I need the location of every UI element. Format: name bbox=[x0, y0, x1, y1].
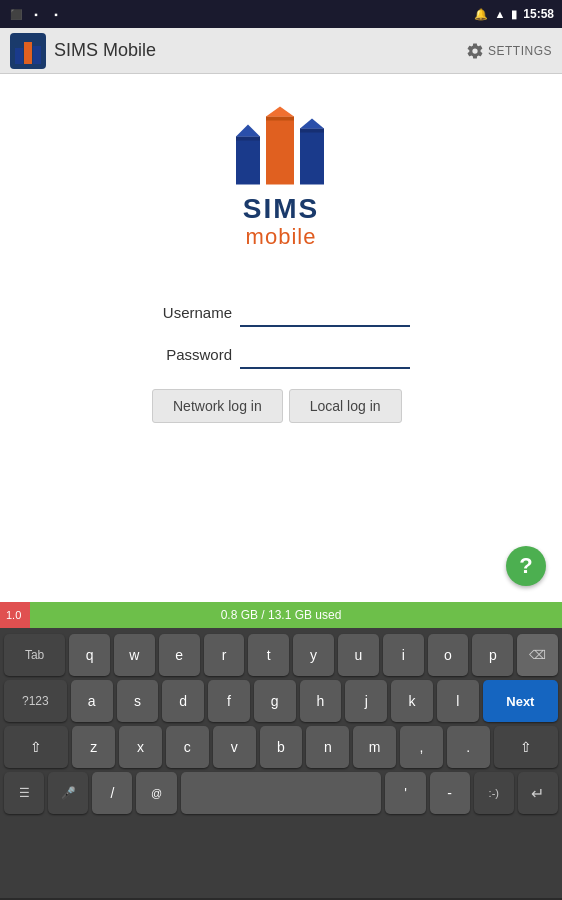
shift-right-key[interactable]: ⇧ bbox=[494, 726, 558, 768]
help-button[interactable]: ? bbox=[506, 546, 546, 586]
username-row: Username bbox=[152, 299, 410, 327]
alarm-icon: 🔔 bbox=[474, 8, 488, 21]
shift-left-key[interactable]: ⇧ bbox=[4, 726, 68, 768]
key-q[interactable]: q bbox=[69, 634, 110, 676]
key-t[interactable]: t bbox=[248, 634, 289, 676]
svg-rect-7 bbox=[300, 129, 324, 185]
username-label: Username bbox=[152, 304, 232, 321]
svg-rect-0 bbox=[15, 48, 23, 64]
key-e[interactable]: e bbox=[159, 634, 200, 676]
version-label: 1.0 bbox=[6, 609, 21, 621]
key-dash[interactable]: - bbox=[430, 772, 470, 814]
svg-marker-11 bbox=[300, 119, 324, 129]
keyboard: Tab q w e r t y u i o p ⌫ ?123 a s d f g… bbox=[0, 628, 562, 898]
button-row: Network log in Local log in bbox=[152, 389, 402, 423]
key-comma[interactable]: , bbox=[400, 726, 443, 768]
storage-bar: 1.0 0.8 GB / 13.1 GB used bbox=[0, 602, 562, 628]
key-h[interactable]: h bbox=[300, 680, 342, 722]
key-g[interactable]: g bbox=[254, 680, 296, 722]
logo-container: SIMS mobile bbox=[231, 104, 331, 249]
key-apostrophe[interactable]: ' bbox=[385, 772, 425, 814]
symbols-key[interactable]: ☰ bbox=[4, 772, 44, 814]
tab-key[interactable]: Tab bbox=[4, 634, 65, 676]
svg-marker-10 bbox=[266, 107, 294, 117]
battery-icon: ▮ bbox=[511, 8, 517, 21]
key-o[interactable]: o bbox=[428, 634, 469, 676]
keyboard-row-3: ⇧ z x c v b n m , . ⇧ bbox=[4, 726, 558, 768]
app-logo bbox=[10, 33, 46, 69]
app-title: SIMS Mobile bbox=[54, 40, 156, 61]
keyboard-row-2: ?123 a s d f g h j k l Next bbox=[4, 680, 558, 722]
svg-rect-2 bbox=[33, 46, 41, 64]
password-label: Password bbox=[152, 346, 232, 363]
key-d[interactable]: d bbox=[162, 680, 204, 722]
key-m[interactable]: m bbox=[353, 726, 396, 768]
logo-mobile-text: mobile bbox=[246, 225, 317, 249]
storage-label: 0.8 GB / 13.1 GB used bbox=[221, 608, 342, 622]
key-u[interactable]: u bbox=[338, 634, 379, 676]
logo-text: SIMS mobile bbox=[243, 194, 319, 249]
logo-sims-text: SIMS bbox=[243, 194, 319, 225]
key-k[interactable]: k bbox=[391, 680, 433, 722]
app-bar: SIMS Mobile SETTINGS bbox=[0, 28, 562, 74]
svg-rect-8 bbox=[300, 129, 324, 133]
key-slash[interactable]: / bbox=[92, 772, 132, 814]
wifi-icon: ▲ bbox=[494, 8, 505, 20]
login-form: Username Password Network log in Local l… bbox=[152, 299, 410, 423]
key-p[interactable]: p bbox=[472, 634, 513, 676]
status-right-icons: 🔔 ▲ ▮ 15:58 bbox=[474, 7, 554, 21]
next-key[interactable]: Next bbox=[483, 680, 558, 722]
backspace-key[interactable]: ⌫ bbox=[517, 634, 558, 676]
password-row: Password bbox=[152, 341, 410, 369]
notif-icon-1: ⬛ bbox=[8, 6, 24, 22]
svg-marker-9 bbox=[236, 125, 260, 137]
svg-rect-3 bbox=[236, 137, 260, 185]
key-v[interactable]: v bbox=[213, 726, 256, 768]
key-a[interactable]: a bbox=[71, 680, 113, 722]
space-key[interactable] bbox=[181, 772, 382, 814]
key-c[interactable]: c bbox=[166, 726, 209, 768]
settings-label: SETTINGS bbox=[488, 44, 552, 58]
key-l[interactable]: l bbox=[437, 680, 479, 722]
numbers-key[interactable]: ?123 bbox=[4, 680, 67, 722]
password-input[interactable] bbox=[240, 341, 410, 369]
key-y[interactable]: y bbox=[293, 634, 334, 676]
key-at[interactable]: @ bbox=[136, 772, 176, 814]
microphone-key[interactable]: 🎤 bbox=[48, 772, 88, 814]
status-bar: ⬛ ▪ ▪ 🔔 ▲ ▮ 15:58 bbox=[0, 0, 562, 28]
keyboard-row-4: ☰ 🎤 / @ ' - :-) ↵ bbox=[4, 772, 558, 814]
network-login-button[interactable]: Network log in bbox=[152, 389, 283, 423]
svg-rect-6 bbox=[266, 117, 294, 121]
key-period[interactable]: . bbox=[447, 726, 490, 768]
svg-rect-4 bbox=[236, 137, 260, 141]
key-r[interactable]: r bbox=[204, 634, 245, 676]
key-s[interactable]: s bbox=[117, 680, 159, 722]
time-display: 15:58 bbox=[523, 7, 554, 21]
notif-icon-3: ▪ bbox=[48, 6, 64, 22]
keyboard-row-1: Tab q w e r t y u i o p ⌫ bbox=[4, 634, 558, 676]
key-x[interactable]: x bbox=[119, 726, 162, 768]
notif-icon-2: ▪ bbox=[28, 6, 44, 22]
username-input[interactable] bbox=[240, 299, 410, 327]
main-content: SIMS mobile Username Password Network lo… bbox=[0, 74, 562, 602]
app-bar-left: SIMS Mobile bbox=[10, 33, 156, 69]
settings-button[interactable]: SETTINGS bbox=[466, 42, 552, 60]
key-n[interactable]: n bbox=[306, 726, 349, 768]
local-login-button[interactable]: Local log in bbox=[289, 389, 402, 423]
key-i[interactable]: i bbox=[383, 634, 424, 676]
key-z[interactable]: z bbox=[72, 726, 115, 768]
enter-key[interactable]: ↵ bbox=[518, 772, 558, 814]
status-left-icons: ⬛ ▪ ▪ bbox=[8, 6, 64, 22]
key-w[interactable]: w bbox=[114, 634, 155, 676]
key-j[interactable]: j bbox=[345, 680, 387, 722]
svg-rect-5 bbox=[266, 117, 294, 185]
key-b[interactable]: b bbox=[260, 726, 303, 768]
svg-rect-1 bbox=[24, 42, 32, 64]
key-f[interactable]: f bbox=[208, 680, 250, 722]
help-icon: ? bbox=[519, 553, 532, 579]
emoji-key[interactable]: :-) bbox=[474, 772, 514, 814]
